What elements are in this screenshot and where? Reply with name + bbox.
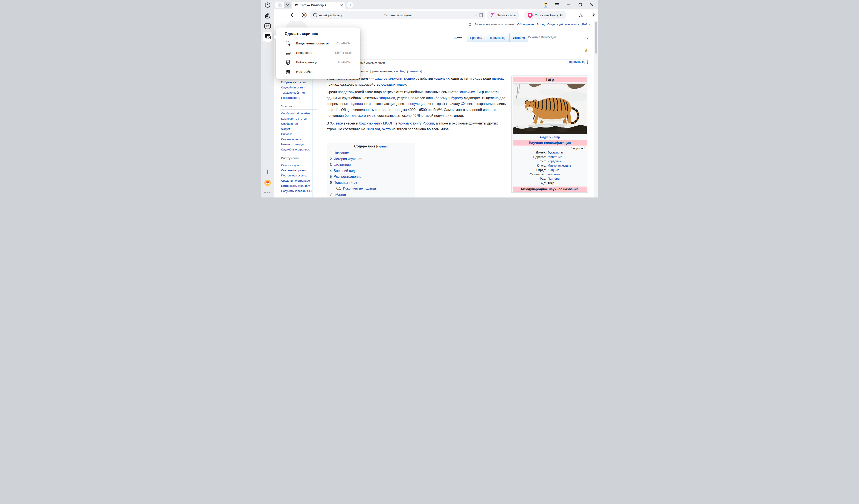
menu-item-full-screen[interactable]: Весь экран Shift+PrtScr: [276, 48, 360, 58]
sidebar-item-short-url[interactable]: Получить короткий URL: [281, 188, 317, 194]
sidebar-header-participation: Участие: [281, 104, 317, 110]
sidebar-item-related-changes[interactable]: Связанные правки: [281, 168, 317, 173]
rail-more-icon[interactable]: ●●●: [264, 190, 271, 194]
edit-section-link[interactable]: [ править код ]: [567, 60, 588, 63]
omnibox-more-icon[interactable]: [473, 14, 477, 16]
taxon-kingdom-link[interactable]: Животные: [547, 155, 562, 158]
taxon-class-link[interactable]: Млекопитающие: [547, 164, 571, 167]
screenshot-camera-icon: [265, 34, 271, 40]
toc-link-fossil-subspecies[interactable]: Ископаемые подвиды: [343, 186, 378, 190]
toc-link-history[interactable]: История изучения: [334, 157, 362, 161]
menu-item-selected-area[interactable]: Выделенная область Ctrl+PrtScr: [276, 39, 360, 48]
toc-item: 1Название: [330, 150, 412, 156]
retell-ai-icon: [490, 13, 495, 18]
sidebar-item-permanent-link[interactable]: Постоянная ссылка: [281, 173, 317, 178]
downloads-icon[interactable]: [590, 13, 596, 18]
tab-edit-source[interactable]: Править код: [485, 33, 509, 42]
active-tab[interactable]: W Тигр — Википедия: [292, 2, 345, 10]
tab-history[interactable]: История: [509, 33, 528, 42]
yandex-mail-icon[interactable]: [263, 179, 272, 187]
sidebar-item-report-error[interactable]: Сообщить об ошибке: [281, 111, 317, 116]
wiki-search[interactable]: [526, 34, 590, 40]
profile-avatar[interactable]: [543, 2, 548, 7]
tab-group-pill[interactable]: 1: [275, 2, 291, 8]
toc-link-name[interactable]: Название: [334, 151, 349, 155]
table-row: Род:Пантеры: [513, 177, 587, 181]
notes-icon[interactable]: [578, 13, 584, 18]
scrollbar-thumb[interactable]: [595, 22, 597, 54]
yandex-search-icon[interactable]: Я: [302, 13, 307, 18]
browser-window: 72 ●●● 1 W Тигр — Вик: [261, 0, 598, 198]
details-link[interactable]: [подробно]: [513, 146, 587, 150]
toc-link-hybrids[interactable]: Гибриды: [334, 193, 347, 196]
paragraph-3: В XX веке внесён в Красную книгу МСОП, в…: [327, 120, 509, 132]
sidebar-item-community[interactable]: Сообщество: [281, 121, 317, 126]
wiki-search-input[interactable]: [528, 35, 585, 39]
classification-link[interactable]: Научная классификация: [529, 141, 571, 145]
screenshot-tool-button[interactable]: [263, 32, 272, 42]
toc-hide-link[interactable]: скрыть: [377, 145, 387, 148]
taxon-phylum-link[interactable]: Хордовые: [547, 159, 562, 163]
personal-link-contribs[interactable]: Вклад: [537, 23, 544, 26]
toc-link-phylogeny[interactable]: Филогения: [334, 163, 351, 167]
paragraph-2: Среди представителей этого вида встречаю…: [327, 89, 509, 119]
restore-button[interactable]: [577, 2, 583, 7]
weather-badge[interactable]: 72: [265, 23, 271, 29]
personal-link-talk[interactable]: Обсуждение: [517, 23, 534, 26]
sidebar-item-special-pages[interactable]: Служебные страницы: [281, 147, 317, 152]
history-icon[interactable]: [265, 2, 271, 8]
taxon-genus-link[interactable]: Пантеры: [547, 177, 560, 180]
table-row: Семейство:Кошачьи: [513, 172, 587, 177]
close-button[interactable]: [589, 2, 594, 7]
sidebar-item-donate[interactable]: Пожертвовать: [281, 95, 317, 101]
featured-article-star-icon[interactable]: [584, 48, 588, 52]
sidebar-item-current-events[interactable]: Текущие события: [281, 90, 317, 95]
taxon-domain-link[interactable]: Эукариоты: [547, 151, 563, 154]
bookmark-icon[interactable]: [479, 13, 483, 17]
page-scrollbar[interactable]: [594, 20, 598, 198]
back-icon[interactable]: [290, 13, 296, 18]
sidebar-item-new-pages[interactable]: Новые страницы: [281, 142, 317, 147]
menu-item-settings[interactable]: Настройки: [276, 67, 360, 76]
taxon-family-link[interactable]: Кошачьи: [547, 172, 560, 176]
minimize-button[interactable]: [566, 2, 571, 7]
new-tab-button[interactable]: +: [347, 2, 353, 8]
svg-text:Я: Я: [303, 14, 305, 17]
sidebar-item-random[interactable]: Случайная статья: [281, 85, 317, 90]
tab-edit[interactable]: Править: [467, 33, 485, 42]
edit-source-link[interactable]: править код: [569, 60, 586, 63]
tiger-photo[interactable]: [513, 83, 587, 134]
sidebar-item-help[interactable]: Справка: [281, 132, 317, 137]
ask-alice-button[interactable]: Спросить Алису AI: [524, 11, 566, 19]
toc-link-appearance[interactable]: Внешний вид: [334, 169, 355, 172]
sidebar-item-cite-page[interactable]: Цитировать страницу: [281, 183, 317, 188]
tab-strip: 1 W Тигр — Википедия +: [274, 0, 598, 10]
rail-divider: [264, 165, 271, 165]
menu-item-web-page[interactable]: Веб-страница Alt+PrtScr: [276, 58, 360, 67]
tab-close-icon[interactable]: [341, 4, 343, 6]
toc-link-subspecies[interactable]: Подвиды тигра: [334, 181, 358, 184]
screenshot-menu: Сделать скриншот Выделенная область Ctrl…: [276, 28, 360, 79]
toc-link-distribution[interactable]: Распространение: [334, 175, 361, 178]
sidebar-item-page-info[interactable]: Сведения о странице: [281, 178, 317, 183]
retell-button[interactable]: Пересказать: [487, 11, 518, 19]
browser-menu-icon[interactable]: [554, 2, 560, 7]
notes-stack-icon[interactable]: [265, 13, 271, 19]
sidebar-item-forum[interactable]: Форум: [281, 126, 317, 132]
sidebar-item-how-to-edit[interactable]: Как править статьи: [281, 116, 317, 121]
search-icon[interactable]: [585, 35, 588, 39]
tab-read[interactable]: Читать: [450, 33, 467, 42]
omnibox[interactable]: ru.wikipedia.org Тигр — Википедия: [310, 11, 485, 19]
amur-tiger-link[interactable]: Амурский тигр: [540, 135, 560, 139]
sidebar-header-tools: Инструменты: [281, 156, 317, 162]
personal-link-login[interactable]: Войти: [582, 23, 590, 26]
tab-group-chevron-icon[interactable]: [284, 2, 291, 8]
taxon-order-link[interactable]: Хищные: [547, 168, 559, 172]
toc-item: 5Распространение: [330, 174, 412, 180]
rail-add-button[interactable]: [265, 169, 270, 175]
personal-link-createaccount[interactable]: Создать учётную запись: [547, 23, 579, 26]
sidebar-item-featured[interactable]: Избранные статьи: [281, 80, 317, 85]
sidebar-item-recent-changes[interactable]: Свежие правки: [281, 137, 317, 142]
sidebar-item-what-links-here[interactable]: Ссылки сюда: [281, 163, 317, 168]
site-security-shield-icon[interactable]: [313, 13, 317, 17]
